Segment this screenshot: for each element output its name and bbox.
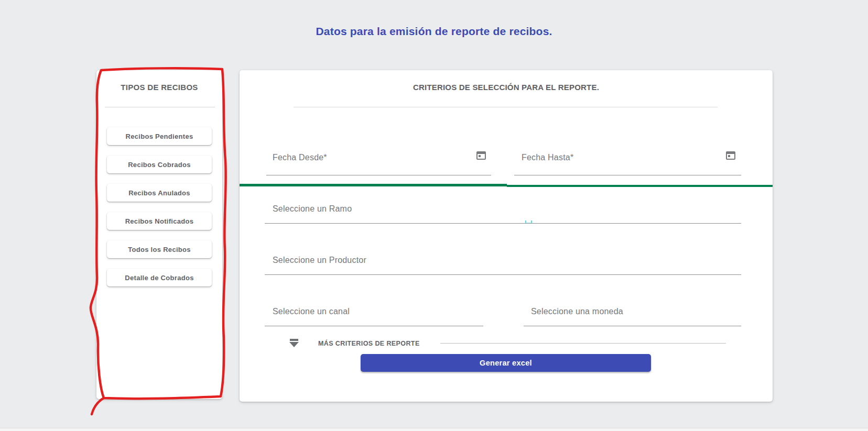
green-divider-left: [240, 184, 507, 186]
calendar-icon[interactable]: [476, 151, 486, 160]
fecha-desde-input[interactable]: Fecha Desde*: [273, 153, 327, 162]
criteria-divider: [294, 107, 718, 107]
calendar-icon-band: [478, 152, 485, 154]
sidebar-title: TIPOS DE RECIBOS: [96, 83, 222, 92]
resize-caret-mark: [525, 220, 532, 223]
filter-icon-bar: [290, 339, 298, 341]
filter-icon-triangle: [289, 342, 299, 347]
productor-select[interactable]: Seleccione un Productor: [273, 256, 366, 265]
canal-underline: [265, 326, 483, 326]
criteria-card: CRITERIOS DE SELECCIÓN PARA EL REPORTE. …: [240, 70, 773, 402]
calendar-icon[interactable]: [726, 151, 735, 160]
productor-underline: [265, 274, 741, 275]
fecha-hasta-underline: [514, 175, 741, 175]
bottom-page-edge: [0, 428, 868, 431]
moneda-select[interactable]: Seleccione una moneda: [531, 307, 623, 316]
canal-select[interactable]: Seleccione un canal: [273, 307, 350, 316]
sidebar-button-recibos-notificados[interactable]: Recibos Notificados: [107, 212, 212, 230]
moneda-underline: [524, 326, 741, 326]
sidebar-button-todos-los-recibos[interactable]: Todos los Recibos: [107, 240, 212, 258]
sidebar-button-recibos-cobrados[interactable]: Recibos Cobrados: [107, 156, 212, 173]
sidebar-divider: [105, 107, 215, 107]
sidebar-card: TIPOS DE RECIBOS Recibos Pendientes Reci…: [96, 70, 222, 399]
sidebar-button-recibos-pendientes[interactable]: Recibos Pendientes: [107, 127, 212, 145]
more-criteria-line: [440, 343, 726, 344]
more-criteria-toggle[interactable]: MÁS CRITERIOS DE REPORTE: [318, 340, 420, 347]
calendar-icon-dot: [479, 155, 481, 157]
filter-sort-descending-icon[interactable]: [289, 338, 299, 347]
generar-excel-button[interactable]: Generar excel: [361, 354, 651, 372]
criteria-title: CRITERIOS DE SELECCIÓN PARA EL REPORTE.: [240, 83, 773, 92]
calendar-icon-band: [727, 152, 734, 154]
page-title: Datos para la emisión de reporte de reci…: [0, 25, 868, 38]
green-divider-right: [507, 185, 773, 187]
fecha-hasta-input[interactable]: Fecha Hasta*: [522, 153, 573, 162]
sidebar-button-recibos-anulados[interactable]: Recibos Anulados: [107, 184, 212, 202]
sidebar-button-detalle-de-cobrados[interactable]: Detalle de Cobrados: [107, 269, 212, 286]
ramo-select[interactable]: Seleccione un Ramo: [273, 204, 352, 214]
calendar-icon-dot: [728, 155, 730, 157]
ramo-underline: [265, 223, 741, 224]
fecha-desde-underline: [266, 175, 491, 175]
